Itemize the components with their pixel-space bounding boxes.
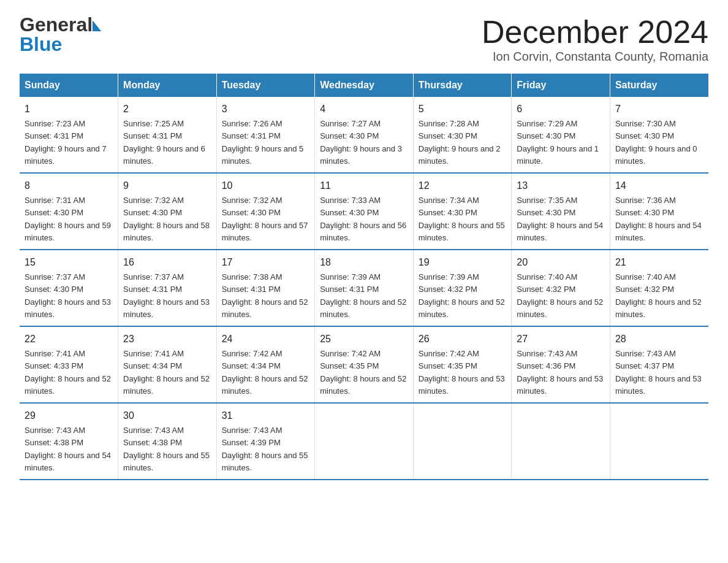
day-number: 25 <box>320 332 408 347</box>
day-number: 6 <box>517 102 605 117</box>
day-number: 23 <box>123 332 211 347</box>
logo-blue: Blue <box>20 34 101 54</box>
logo: General Blue <box>20 15 101 54</box>
day-info: Sunrise: 7:28 AMSunset: 4:30 PMDaylight:… <box>419 119 501 166</box>
col-thursday: Thursday <box>413 74 512 97</box>
day-info: Sunrise: 7:34 AMSunset: 4:30 PMDaylight:… <box>419 196 505 242</box>
day-cell: 29Sunrise: 7:43 AMSunset: 4:38 PMDayligh… <box>20 403 118 480</box>
day-info: Sunrise: 7:43 AMSunset: 4:38 PMDaylight:… <box>25 426 111 472</box>
day-number: 31 <box>222 408 310 423</box>
day-info: Sunrise: 7:23 AMSunset: 4:31 PMDaylight:… <box>25 119 107 166</box>
day-cell: 26Sunrise: 7:42 AMSunset: 4:35 PMDayligh… <box>413 326 512 403</box>
calendar-subtitle: Ion Corvin, Constanta County, Romania <box>482 50 708 64</box>
day-cell: 31Sunrise: 7:43 AMSunset: 4:39 PMDayligh… <box>216 403 315 480</box>
day-cell: 10Sunrise: 7:32 AMSunset: 4:30 PMDayligh… <box>216 173 315 250</box>
day-info: Sunrise: 7:38 AMSunset: 4:31 PMDaylight:… <box>222 272 308 319</box>
day-number: 17 <box>222 255 310 270</box>
day-number: 5 <box>419 102 507 117</box>
day-info: Sunrise: 7:35 AMSunset: 4:30 PMDaylight:… <box>517 196 603 242</box>
calendar-body: 1Sunrise: 7:23 AMSunset: 4:31 PMDaylight… <box>20 97 708 480</box>
day-number: 20 <box>517 255 605 270</box>
day-number: 8 <box>25 178 113 193</box>
day-cell: 7Sunrise: 7:30 AMSunset: 4:30 PMDaylight… <box>610 97 708 173</box>
col-wednesday: Wednesday <box>315 74 414 97</box>
col-tuesday: Tuesday <box>216 74 315 97</box>
day-cell <box>413 403 512 480</box>
day-info: Sunrise: 7:42 AMSunset: 4:35 PMDaylight:… <box>320 349 406 396</box>
day-info: Sunrise: 7:27 AMSunset: 4:30 PMDaylight:… <box>320 119 402 166</box>
day-number: 18 <box>320 255 408 270</box>
day-number: 19 <box>419 255 507 270</box>
day-number: 10 <box>222 178 310 193</box>
day-cell: 30Sunrise: 7:43 AMSunset: 4:38 PMDayligh… <box>118 403 217 480</box>
day-number: 21 <box>615 255 703 270</box>
day-info: Sunrise: 7:43 AMSunset: 4:38 PMDaylight:… <box>123 426 210 472</box>
day-number: 24 <box>222 332 310 347</box>
day-number: 2 <box>123 102 211 117</box>
day-number: 1 <box>25 102 113 117</box>
day-number: 26 <box>419 332 507 347</box>
day-info: Sunrise: 7:29 AMSunset: 4:30 PMDaylight:… <box>517 119 599 166</box>
day-number: 27 <box>517 332 605 347</box>
day-cell: 20Sunrise: 7:40 AMSunset: 4:32 PMDayligh… <box>512 250 610 326</box>
logo-general: General <box>20 15 93 34</box>
day-cell: 3Sunrise: 7:26 AMSunset: 4:31 PMDaylight… <box>216 97 315 173</box>
day-cell: 8Sunrise: 7:31 AMSunset: 4:30 PMDaylight… <box>20 173 118 250</box>
day-number: 14 <box>615 178 703 193</box>
calendar-table: Sunday Monday Tuesday Wednesday Thursday… <box>20 74 708 480</box>
day-number: 3 <box>222 102 310 117</box>
day-cell: 28Sunrise: 7:43 AMSunset: 4:37 PMDayligh… <box>610 326 708 403</box>
week-row-4: 22Sunrise: 7:41 AMSunset: 4:33 PMDayligh… <box>20 326 708 403</box>
day-number: 16 <box>123 255 211 270</box>
day-cell: 22Sunrise: 7:41 AMSunset: 4:33 PMDayligh… <box>20 326 118 403</box>
week-row-2: 8Sunrise: 7:31 AMSunset: 4:30 PMDaylight… <box>20 173 708 250</box>
day-cell: 24Sunrise: 7:42 AMSunset: 4:34 PMDayligh… <box>216 326 315 403</box>
day-info: Sunrise: 7:42 AMSunset: 4:34 PMDaylight:… <box>222 349 308 396</box>
day-info: Sunrise: 7:37 AMSunset: 4:30 PMDaylight:… <box>25 272 111 319</box>
day-cell: 5Sunrise: 7:28 AMSunset: 4:30 PMDaylight… <box>413 97 512 173</box>
day-cell: 4Sunrise: 7:27 AMSunset: 4:30 PMDaylight… <box>315 97 414 173</box>
day-cell: 21Sunrise: 7:40 AMSunset: 4:32 PMDayligh… <box>610 250 708 326</box>
day-number: 29 <box>25 408 113 423</box>
day-number: 22 <box>25 332 113 347</box>
day-info: Sunrise: 7:43 AMSunset: 4:39 PMDaylight:… <box>222 426 308 472</box>
week-row-1: 1Sunrise: 7:23 AMSunset: 4:31 PMDaylight… <box>20 97 708 173</box>
day-cell: 6Sunrise: 7:29 AMSunset: 4:30 PMDaylight… <box>512 97 610 173</box>
day-number: 15 <box>25 255 113 270</box>
day-info: Sunrise: 7:30 AMSunset: 4:30 PMDaylight:… <box>615 119 697 166</box>
day-info: Sunrise: 7:43 AMSunset: 4:37 PMDaylight:… <box>615 349 702 396</box>
day-cell: 12Sunrise: 7:34 AMSunset: 4:30 PMDayligh… <box>413 173 512 250</box>
day-info: Sunrise: 7:42 AMSunset: 4:35 PMDaylight:… <box>419 349 505 396</box>
day-cell: 9Sunrise: 7:32 AMSunset: 4:30 PMDaylight… <box>118 173 217 250</box>
day-number: 7 <box>615 102 703 117</box>
day-number: 30 <box>123 408 211 423</box>
header-row: Sunday Monday Tuesday Wednesday Thursday… <box>20 74 708 97</box>
day-info: Sunrise: 7:25 AMSunset: 4:31 PMDaylight:… <box>123 119 205 166</box>
day-info: Sunrise: 7:39 AMSunset: 4:32 PMDaylight:… <box>419 272 505 319</box>
title-block: December 2024 Ion Corvin, Constanta Coun… <box>482 15 708 64</box>
day-cell <box>512 403 610 480</box>
day-info: Sunrise: 7:43 AMSunset: 4:36 PMDaylight:… <box>517 349 603 396</box>
calendar-title: December 2024 <box>482 15 708 50</box>
day-cell: 14Sunrise: 7:36 AMSunset: 4:30 PMDayligh… <box>610 173 708 250</box>
day-info: Sunrise: 7:41 AMSunset: 4:33 PMDaylight:… <box>25 349 111 396</box>
day-cell: 1Sunrise: 7:23 AMSunset: 4:31 PMDaylight… <box>20 97 118 173</box>
day-info: Sunrise: 7:37 AMSunset: 4:31 PMDaylight:… <box>123 272 210 319</box>
day-info: Sunrise: 7:32 AMSunset: 4:30 PMDaylight:… <box>222 196 308 242</box>
day-number: 13 <box>517 178 605 193</box>
day-number: 28 <box>615 332 703 347</box>
calendar-header: Sunday Monday Tuesday Wednesday Thursday… <box>20 74 708 97</box>
day-cell: 15Sunrise: 7:37 AMSunset: 4:30 PMDayligh… <box>20 250 118 326</box>
day-cell: 25Sunrise: 7:42 AMSunset: 4:35 PMDayligh… <box>315 326 414 403</box>
day-cell: 19Sunrise: 7:39 AMSunset: 4:32 PMDayligh… <box>413 250 512 326</box>
col-friday: Friday <box>512 74 610 97</box>
week-row-3: 15Sunrise: 7:37 AMSunset: 4:30 PMDayligh… <box>20 250 708 326</box>
day-cell: 17Sunrise: 7:38 AMSunset: 4:31 PMDayligh… <box>216 250 315 326</box>
day-number: 9 <box>123 178 211 193</box>
logo-triangle-icon <box>93 20 101 31</box>
day-info: Sunrise: 7:41 AMSunset: 4:34 PMDaylight:… <box>123 349 210 396</box>
day-info: Sunrise: 7:36 AMSunset: 4:30 PMDaylight:… <box>615 196 702 242</box>
day-info: Sunrise: 7:33 AMSunset: 4:30 PMDaylight:… <box>320 196 406 242</box>
week-row-5: 29Sunrise: 7:43 AMSunset: 4:38 PMDayligh… <box>20 403 708 480</box>
day-cell: 2Sunrise: 7:25 AMSunset: 4:31 PMDaylight… <box>118 97 217 173</box>
